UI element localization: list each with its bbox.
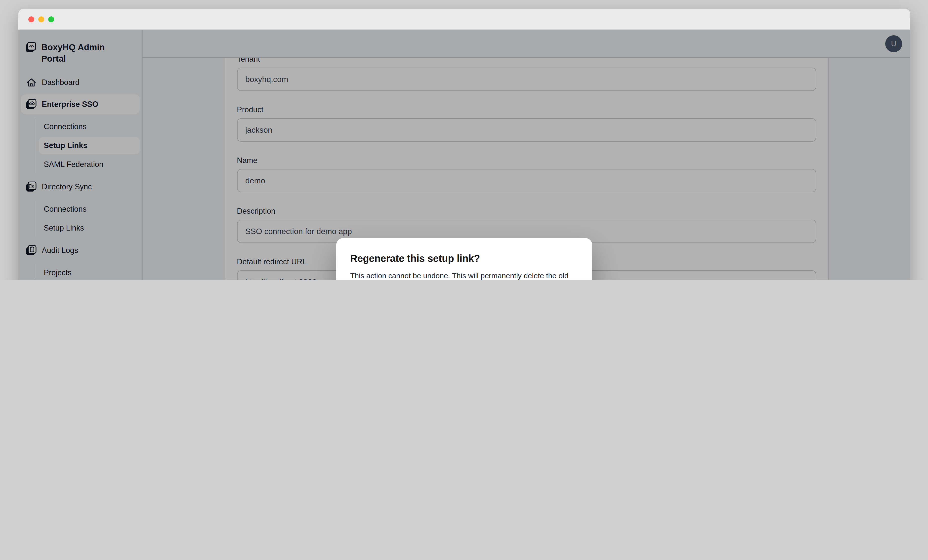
minimize-window-button[interactable] bbox=[38, 16, 44, 22]
regenerate-confirm-modal: Regenerate this setup link? This action … bbox=[336, 238, 592, 280]
maximize-window-button[interactable] bbox=[48, 16, 54, 22]
screen: </> BoxyHQ Admin Portal Dashboard bbox=[0, 0, 928, 280]
modal-body-text: This action cannot be undone. This will … bbox=[350, 270, 578, 280]
app-body: </> BoxyHQ Admin Portal Dashboard bbox=[18, 30, 910, 280]
close-window-button[interactable] bbox=[28, 16, 34, 22]
titlebar bbox=[18, 9, 910, 30]
window-controls bbox=[28, 16, 54, 22]
app-window: </> BoxyHQ Admin Portal Dashboard bbox=[18, 9, 910, 280]
modal-title: Regenerate this setup link? bbox=[350, 252, 578, 266]
